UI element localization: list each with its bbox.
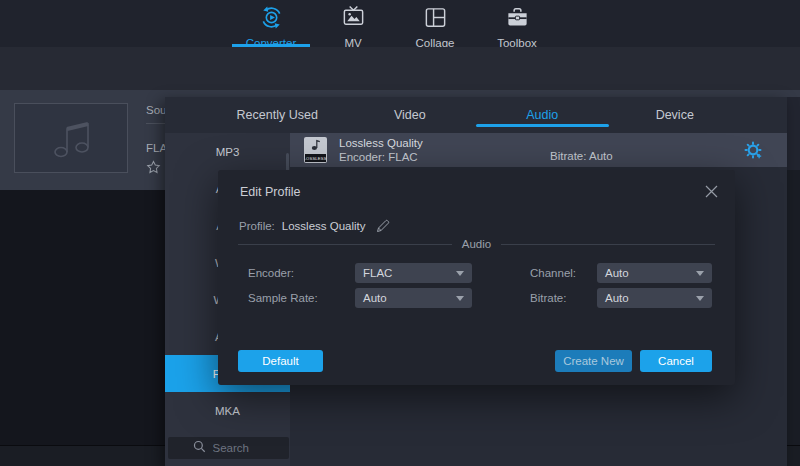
encoder-value: FLAC [363, 267, 456, 279]
search-input[interactable] [213, 442, 265, 454]
audio-section-title: Audio [462, 238, 491, 250]
encoder-label: Encoder: [248, 263, 294, 283]
cancel-button[interactable]: Cancel [640, 350, 712, 372]
collage-icon [423, 5, 448, 34]
file-format-label: FLA [146, 142, 167, 154]
lossless-badge-icon: LOSSLESS [304, 137, 327, 163]
format-tabs: Recently Used Video Audio Device [165, 97, 787, 133]
source-label: Sou [146, 104, 166, 116]
chevron-down-icon [696, 296, 704, 301]
edit-profile-dialog: Edit Profile Profile: Lossless Quality A… [218, 170, 735, 385]
favorite-star-icon[interactable] [146, 160, 161, 179]
nav-tab-mv[interactable]: MV [312, 0, 394, 47]
sidebar-item-mka[interactable]: MKA [165, 392, 290, 429]
lossless-badge-text: LOSSLESS [305, 154, 326, 162]
audio-file-thumbnail [14, 103, 128, 173]
main-nav: Converter MV [230, 0, 558, 47]
bitrate-select[interactable]: Auto [597, 288, 712, 308]
chevron-down-icon [456, 296, 464, 301]
dialog-title: Edit Profile [240, 185, 300, 199]
encoder-select[interactable]: FLAC [355, 263, 472, 283]
top-header: Converter MV [0, 0, 800, 47]
chevron-down-icon [696, 271, 704, 276]
tab-video-label: Video [394, 108, 426, 122]
tab-audio-label: Audio [526, 108, 558, 122]
audio-section-divider: Audio [238, 238, 715, 250]
tab-video[interactable]: Video [344, 97, 477, 133]
sidebar-item-mp3[interactable]: MP3 [165, 133, 290, 170]
profile-name-row: Profile: Lossless Quality [239, 219, 390, 233]
profile-row-lossless[interactable]: LOSSLESS Lossless Quality Encoder: FLAC … [290, 133, 787, 167]
toolbar: Add Files Converting Converted Convert A… [0, 47, 800, 90]
channel-select[interactable]: Auto [597, 263, 712, 283]
music-note-icon [311, 139, 321, 152]
converter-icon [259, 5, 284, 34]
sample-rate-select[interactable]: Auto [355, 288, 472, 308]
profile-encoder: Encoder: FLAC [339, 150, 423, 164]
chevron-down-icon [456, 271, 464, 276]
tab-recently-used-label: Recently Used [237, 108, 318, 122]
background-strip [787, 97, 800, 445]
tab-device[interactable]: Device [609, 97, 742, 133]
app-window: Converter MV [0, 0, 800, 466]
gear-settings-icon[interactable] [744, 141, 762, 163]
edit-pencil-icon[interactable] [376, 219, 390, 233]
channel-value: Auto [605, 267, 696, 279]
nav-tab-collage[interactable]: Collage [394, 0, 476, 47]
sample-rate-label: Sample Rate: [248, 288, 318, 308]
tab-recently-used[interactable]: Recently Used [211, 97, 344, 133]
bitrate-label: Bitrate: [530, 288, 566, 308]
profile-row-text: Lossless Quality Encoder: FLAC [339, 136, 423, 164]
default-button[interactable]: Default [238, 350, 323, 372]
tab-device-label: Device [656, 108, 694, 122]
create-new-button[interactable]: Create New [555, 350, 632, 372]
profile-label: Profile: [239, 220, 275, 232]
channel-label: Channel: [530, 263, 576, 283]
tab-audio[interactable]: Audio [476, 97, 609, 133]
close-icon[interactable] [702, 182, 721, 205]
music-note-icon [45, 115, 97, 161]
nav-tab-toolbox[interactable]: Toolbox [476, 0, 558, 47]
format-search-box[interactable] [168, 437, 289, 459]
profile-title: Lossless Quality [339, 136, 423, 150]
profile-bitrate: Bitrate: Auto [550, 150, 613, 162]
profile-name-value: Lossless Quality [282, 220, 366, 232]
bitrate-value: Auto [605, 292, 696, 304]
toolbox-icon [505, 5, 530, 34]
sample-rate-value: Auto [363, 292, 456, 304]
search-icon [193, 439, 206, 457]
nav-tab-converter[interactable]: Converter [230, 0, 312, 47]
mv-icon [341, 5, 366, 34]
